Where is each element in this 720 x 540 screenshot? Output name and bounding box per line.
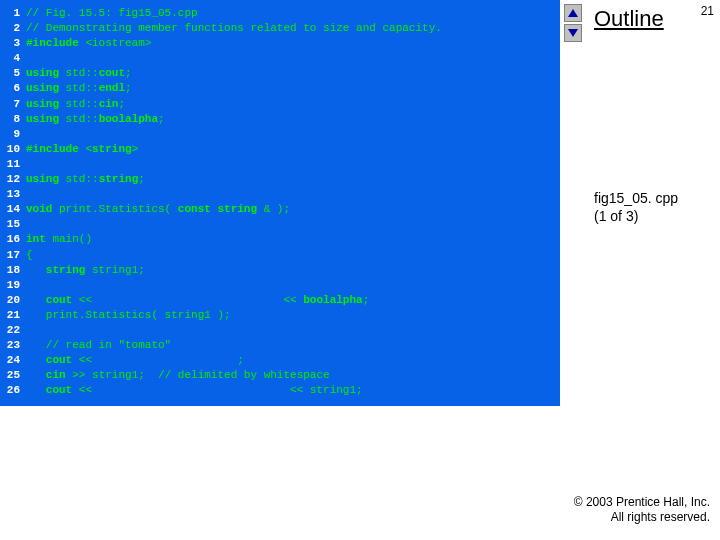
line-number: 23 xyxy=(0,338,26,353)
code-text: print.Statistics( string1 ); xyxy=(26,308,560,323)
code-text: using std::cin; xyxy=(26,97,560,112)
code-text: cout << << string1; xyxy=(26,383,560,398)
line-number: 26 xyxy=(0,383,26,398)
code-text xyxy=(26,217,560,232)
code-text: int main() xyxy=(26,232,560,247)
code-line: 10#include <string> xyxy=(0,142,560,157)
code-text: // Fig. 15.5: fig15_05.cpp xyxy=(26,6,560,21)
nav-button-column xyxy=(564,4,584,44)
code-text: // Demonstrating member functions relate… xyxy=(26,21,560,36)
line-number: 11 xyxy=(0,157,26,172)
file-label-line2: (1 of 3) xyxy=(594,208,638,224)
code-text: #include <string> xyxy=(26,142,560,157)
copyright-line2: All rights reserved. xyxy=(611,510,710,524)
code-line: 12using std::string; xyxy=(0,172,560,187)
code-text: { xyxy=(26,248,560,263)
code-text: using std::cout; xyxy=(26,66,560,81)
line-number: 8 xyxy=(0,112,26,127)
code-panel: 1// Fig. 15.5: fig15_05.cpp2// Demonstra… xyxy=(0,0,560,406)
code-line: 11 xyxy=(0,157,560,172)
line-number: 13 xyxy=(0,187,26,202)
code-line: 1// Fig. 15.5: fig15_05.cpp xyxy=(0,6,560,21)
code-line: 15 xyxy=(0,217,560,232)
code-line: 4 xyxy=(0,51,560,66)
code-text xyxy=(26,127,560,142)
line-number: 14 xyxy=(0,202,26,217)
code-text: cout << ; xyxy=(26,353,560,368)
svg-marker-0 xyxy=(568,9,578,17)
copyright-line1: © 2003 Prentice Hall, Inc. xyxy=(574,495,710,509)
code-text: string string1; xyxy=(26,263,560,278)
code-line: 24 cout << ; xyxy=(0,353,560,368)
code-text xyxy=(26,278,560,293)
line-number: 3 xyxy=(0,36,26,51)
code-line: 13 xyxy=(0,187,560,202)
right-panel: Outline 21 fig15_05. cpp (1 of 3) xyxy=(560,0,720,540)
code-text: #include <iostream> xyxy=(26,36,560,51)
line-number: 6 xyxy=(0,81,26,96)
line-number: 5 xyxy=(0,66,26,81)
code-line: 26 cout << << string1; xyxy=(0,383,560,398)
nav-up-button[interactable] xyxy=(564,4,582,22)
nav-down-button[interactable] xyxy=(564,24,582,42)
copyright: © 2003 Prentice Hall, Inc. All rights re… xyxy=(574,495,710,526)
code-text: cin >> string1; // delimited by whitespa… xyxy=(26,368,560,383)
code-text: // read in "tomato" xyxy=(26,338,560,353)
line-number: 25 xyxy=(0,368,26,383)
line-number: 24 xyxy=(0,353,26,368)
code-line: 2// Demonstrating member functions relat… xyxy=(0,21,560,36)
code-text xyxy=(26,323,560,338)
line-number: 19 xyxy=(0,278,26,293)
code-text xyxy=(26,157,560,172)
code-text: cout << << boolalpha; xyxy=(26,293,560,308)
line-number: 1 xyxy=(0,6,26,21)
line-number: 21 xyxy=(0,308,26,323)
code-text: using std::string; xyxy=(26,172,560,187)
line-number: 18 xyxy=(0,263,26,278)
code-line: 22 xyxy=(0,323,560,338)
code-line: 16int main() xyxy=(0,232,560,247)
code-text xyxy=(26,51,560,66)
file-label: fig15_05. cpp (1 of 3) xyxy=(594,190,678,225)
code-line: 5using std::cout; xyxy=(0,66,560,81)
outline-title: Outline xyxy=(594,6,664,32)
code-line: 18 string string1; xyxy=(0,263,560,278)
code-line: 3#include <iostream> xyxy=(0,36,560,51)
line-number: 16 xyxy=(0,232,26,247)
triangle-down-icon xyxy=(568,29,578,37)
line-number: 17 xyxy=(0,248,26,263)
code-text xyxy=(26,187,560,202)
line-number: 9 xyxy=(0,127,26,142)
code-line: 7using std::cin; xyxy=(0,97,560,112)
line-number: 20 xyxy=(0,293,26,308)
file-label-line1: fig15_05. cpp xyxy=(594,190,678,206)
code-line: 25 cin >> string1; // delimited by white… xyxy=(0,368,560,383)
line-number: 10 xyxy=(0,142,26,157)
line-number: 7 xyxy=(0,97,26,112)
code-line: 8using std::boolalpha; xyxy=(0,112,560,127)
code-line: 9 xyxy=(0,127,560,142)
code-line: 14void print.Statistics( const string & … xyxy=(0,202,560,217)
triangle-up-icon xyxy=(568,9,578,17)
code-line: 17{ xyxy=(0,248,560,263)
line-number: 12 xyxy=(0,172,26,187)
line-number: 2 xyxy=(0,21,26,36)
code-line: 20 cout << << boolalpha; xyxy=(0,293,560,308)
code-text: using std::endl; xyxy=(26,81,560,96)
line-number: 4 xyxy=(0,51,26,66)
page-number: 21 xyxy=(701,4,714,18)
line-number: 15 xyxy=(0,217,26,232)
code-line: 23 // read in "tomato" xyxy=(0,338,560,353)
code-text: using std::boolalpha; xyxy=(26,112,560,127)
line-number: 22 xyxy=(0,323,26,338)
code-line: 21 print.Statistics( string1 ); xyxy=(0,308,560,323)
code-text: void print.Statistics( const string & ); xyxy=(26,202,560,217)
svg-marker-1 xyxy=(568,29,578,37)
code-line: 19 xyxy=(0,278,560,293)
code-line: 6using std::endl; xyxy=(0,81,560,96)
